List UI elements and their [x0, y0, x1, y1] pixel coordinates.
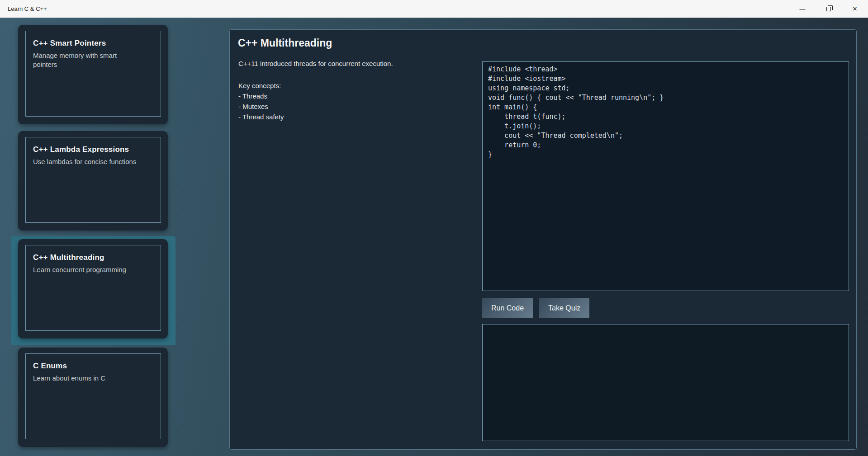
window-title: Learn C & C++	[0, 5, 47, 12]
close-button[interactable]: ✕	[842, 0, 868, 18]
lesson-card-lambda-expressions[interactable]: C++ Lambda Expressions Use lambdas for c…	[18, 131, 168, 230]
lesson-card-smart-pointers[interactable]: C++ Smart Pointers Manage memory with sm…	[18, 25, 168, 124]
title-bar[interactable]: Learn C & C++ — ✕	[0, 0, 868, 18]
key-concepts: Key concepts: - Threads - Mutexes - Thre…	[238, 80, 284, 122]
window-controls: — ✕	[789, 0, 868, 18]
lesson-card-border: C++ Multithreading Learn concurrent prog…	[25, 245, 161, 331]
lesson-detail-panel: C++ Multithreading C++11 introduced thre…	[229, 29, 857, 450]
run-code-button[interactable]: Run Code	[482, 298, 533, 318]
action-buttons: Run Code Take Quiz	[482, 298, 589, 318]
app-window: Learn C & C++ — ✕ C++ Smart Pointers Man…	[0, 0, 868, 456]
lesson-subtitle: Manage memory with smart pointers	[33, 51, 121, 69]
lesson-card-border: C++ Smart Pointers Manage memory with sm…	[25, 31, 161, 117]
lesson-card-c-enums[interactable]: C Enums Learn about enums in C	[18, 348, 168, 447]
restore-icon	[826, 7, 831, 11]
minimize-icon: —	[800, 5, 806, 12]
code-editor[interactable]: #include <thread> #include <iostream> us…	[482, 61, 849, 291]
output-console	[482, 324, 849, 441]
lesson-subtitle: Learn concurrent programming	[33, 265, 153, 274]
lesson-detail-title: C++ Multithreading	[238, 37, 332, 49]
key-concepts-label: Key concepts:	[238, 80, 284, 91]
lesson-description: C++11 introduced threads for concurrent …	[238, 60, 393, 67]
lesson-subtitle: Learn about enums in C	[33, 374, 153, 383]
lesson-title: C++ Lambda Expressions	[33, 145, 153, 154]
minimize-button[interactable]: —	[789, 0, 816, 18]
key-concept-item: - Threads	[238, 91, 284, 101]
restore-button[interactable]	[816, 0, 842, 18]
lesson-title: C Enums	[33, 362, 153, 371]
key-concept-item: - Thread safety	[238, 112, 284, 122]
lesson-card-multithreading[interactable]: C++ Multithreading Learn concurrent prog…	[18, 239, 168, 338]
key-concept-item: - Mutexes	[238, 101, 284, 112]
lesson-title: C++ Smart Pointers	[33, 39, 153, 48]
take-quiz-button[interactable]: Take Quiz	[539, 298, 589, 318]
lesson-card-border: C++ Lambda Expressions Use lambdas for c…	[25, 137, 161, 223]
close-icon: ✕	[853, 5, 858, 12]
lesson-subtitle: Use lambdas for concise functions	[33, 157, 153, 166]
lesson-title: C++ Multithreading	[33, 253, 153, 262]
lesson-card-border: C Enums Learn about enums in C	[25, 353, 161, 439]
